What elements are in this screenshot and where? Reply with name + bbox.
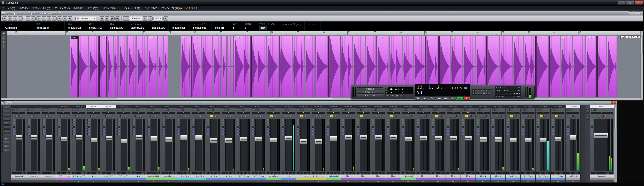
solo-button[interactable]: s [498,115,502,117]
mute-button[interactable]: m [120,115,123,117]
pan-control[interactable]: C [147,112,160,114]
channel-mini-button[interactable] [192,119,195,121]
menu-item[interactable]: メディア(D) [100,5,118,10]
cycle-button[interactable]: ↻ [429,96,435,100]
channel-mini-button[interactable] [252,125,254,127]
channel-insert-state[interactable]: ◦ [240,108,244,111]
channel-name[interactable]: lazysnake 11 [266,175,281,178]
channel-edit-button[interactable]: e [162,108,165,111]
volume-fader[interactable] [120,119,127,171]
horizontal-scrollbar[interactable] [1,98,640,100]
channel-name[interactable]: 電2-3 [446,175,460,178]
channel-mini-button[interactable] [297,122,300,124]
punch-in-button[interactable]: I [386,95,390,97]
channel-insert-state[interactable]: ◦ [106,108,109,111]
channel-name[interactable]: コピー元_b06 [550,175,565,178]
mute-button[interactable]: m [195,115,198,117]
channel-mini-button[interactable] [462,122,464,124]
channel-mini-button[interactable] [28,122,30,124]
channel-mini-button[interactable] [357,125,360,127]
pan-control[interactable]: R22 [462,112,474,114]
channel-mini-button[interactable] [432,122,434,124]
channel-mini-button[interactable] [357,127,360,129]
audio-event[interactable] [222,36,227,97]
record-mode-button[interactable]: 録音全容持 [357,88,383,90]
channel-insert-state[interactable]: ◦ [594,108,598,111]
fader-value[interactable]: -5.40 [154,172,160,174]
mute-button[interactable]: m [375,115,378,117]
fader-value[interactable]: -2.00 [289,172,295,174]
channel-mini-button[interactable] [507,130,509,132]
channel-mini-button[interactable] [492,127,494,129]
fader-cap[interactable] [510,138,517,142]
pan-control[interactable]: C [177,112,190,114]
solo-button[interactable]: s [64,115,67,117]
pan-control[interactable]: C [402,112,415,114]
fader-value[interactable]: -5.70 [513,172,520,174]
channel-insert-state[interactable]: ◦ [555,108,558,111]
fader-cap[interactable] [135,135,142,140]
mute-button[interactable]: m [435,115,438,117]
pan-control[interactable]: C [591,112,613,114]
master-common-button[interactable] [586,110,589,112]
pan-control[interactable]: C [357,112,370,114]
fader-cap[interactable] [210,138,217,143]
channel-edit-button[interactable]: e [222,108,225,111]
audio-event[interactable]: notitle1 [267,36,279,97]
horizontal-scroll-thumb[interactable] [116,98,334,100]
zoom-tool[interactable]: ⊕ [62,16,67,20]
channel-mini-button[interactable] [477,130,479,132]
mixer-common-button[interactable]: ▸ [2,110,10,113]
channel-insert-state[interactable]: ◦ [435,108,438,111]
channel-mini-button[interactable] [417,133,419,135]
channel-mini-button[interactable] [387,122,390,124]
channel-insert-state[interactable]: ◦ [46,108,49,111]
solo-button[interactable]: s [19,115,22,117]
channel-mini-button[interactable] [372,119,374,121]
solo-button[interactable]: s [349,115,352,117]
volume-fader[interactable] [150,119,157,171]
channel-mini-button[interactable] [537,130,539,132]
audio-event[interactable] [202,36,212,97]
channel-mini-button[interactable] [102,130,105,132]
channel-mini-button[interactable] [118,130,120,132]
menu-item[interactable]: ヘルプ(H) [184,5,199,10]
channel-edit-button[interactable]: e [237,108,240,111]
mute-button[interactable]: m [405,115,408,117]
channel-insert-state[interactable]: ◦ [390,108,393,111]
channel-mini-button[interactable] [537,119,539,121]
pan-control[interactable]: C [207,112,220,114]
solo-button[interactable]: s [574,115,576,117]
pre-roll-button[interactable]: |◀ [395,95,399,97]
mute-button[interactable]: m [46,115,48,117]
channel-mini-button[interactable] [102,127,105,129]
channel-mini-button[interactable] [162,133,165,135]
channel-routing[interactable]: Stereo Out [341,105,356,108]
channel-edit-button[interactable]: e [147,108,150,111]
channel-mini-button[interactable] [207,127,210,129]
mixer-common-button[interactable]: □ [2,122,10,125]
mute-button[interactable]: m [540,115,543,117]
channel-mini-button[interactable] [282,127,284,129]
solo-button[interactable]: s [544,115,546,117]
mixer-common-button[interactable]: ≈ [2,133,10,136]
channel-mini-button[interactable] [387,130,390,132]
audio-event[interactable]: notitle13-9 [148,36,157,97]
volume-fader[interactable] [76,119,82,171]
menu-item[interactable]: MIDI(M) [72,5,85,10]
channel-name[interactable]: Mono In 1 [26,175,41,178]
channel-mini-button[interactable] [102,122,105,124]
fader-cap[interactable] [435,136,442,141]
pan-control[interactable]: C [162,112,175,114]
channel-insert-state[interactable]: ◦ [525,108,528,111]
nudge-button-3[interactable]: ▶| [115,16,120,20]
fader-cap[interactable] [150,136,157,141]
mute-button[interactable]: m [420,115,423,117]
fader-value[interactable]: -0.80 [394,172,400,174]
pan-control[interactable]: C [252,112,265,114]
sync-state[interactable]: SYNC INT [496,95,504,97]
fader-value[interactable]: -6.02 [169,172,176,174]
fader-cap[interactable] [330,136,337,141]
channel-mini-button[interactable] [222,130,225,132]
channel-mini-button[interactable] [522,127,524,129]
